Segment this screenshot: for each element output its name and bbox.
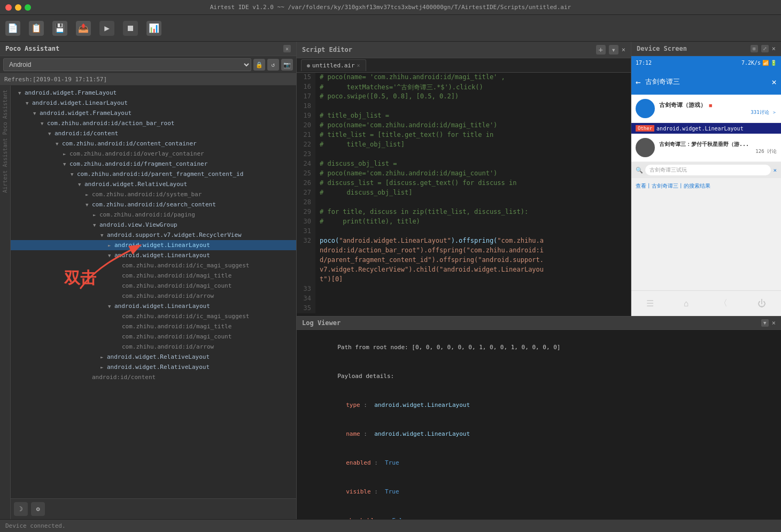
phone-nav-bar: ☰ ⌂ 〈 ⏻	[631, 290, 781, 316]
stop-icon[interactable]: ⏹	[123, 21, 138, 36]
add-tab-button[interactable]: +	[596, 45, 606, 55]
chat-name: 古剑奇谭（游戏） ■	[659, 101, 777, 109]
tree-item[interactable]: ▼ com.zhihu.android:id/parent_fragment_c…	[11, 169, 296, 179]
tree-item[interactable]: ► com.zhihu.android:id/paging	[11, 210, 296, 220]
log-entry: checkable : False	[302, 506, 776, 519]
device-header-controls: ⊞ ⤢ ×	[751, 45, 776, 52]
search-icon: 🔍	[636, 167, 643, 174]
search-result-text: 查看丨古剑奇谭三丨的搜索结果	[636, 183, 710, 189]
save-icon[interactable]: 💾	[52, 21, 67, 36]
tree-item[interactable]: ▼ android.widget.FrameLayout	[11, 108, 296, 118]
phone-status-icons: 7.2K/s 📶 🔋	[741, 60, 777, 66]
copy-icon[interactable]: 📋	[29, 21, 44, 36]
tree-item[interactable]: ► com.zhihu.android:id/system_bar	[11, 189, 296, 199]
power-icon[interactable]: ⏻	[757, 298, 766, 309]
top-row: Script Editor + ▾ × ● untitled.air ×	[297, 42, 781, 316]
lock-button[interactable]: 🔒	[253, 59, 265, 71]
tree-item[interactable]: ▼ com.zhihu.android:id/search_content	[11, 199, 296, 210]
tree-item[interactable]: ► android.widget.RelativeLayout	[11, 362, 296, 372]
chat-header-title: 古剑奇谭三	[645, 77, 768, 87]
tree-item[interactable]: ▼ com.zhihu.android:id/content_container	[11, 138, 296, 149]
code-line: 17 # poco.swipe([0.5, 0.8], [0.5, 0.2])	[297, 92, 631, 102]
poco-close-button[interactable]: ×	[283, 45, 291, 52]
menu-icon[interactable]: ☰	[646, 298, 654, 309]
device-status-message: Device connected.	[5, 522, 66, 529]
tree-item[interactable]: android:id/content	[11, 372, 296, 382]
tree-item[interactable]: com.zhihu.android:id/magi_title	[11, 321, 296, 331]
airtest-assistant-label: Airtest Assistant Poco Assistant	[2, 90, 8, 197]
tree-item[interactable]: com.zhihu.android:id/magi_count	[11, 281, 296, 291]
new-file-icon[interactable]: 📄	[5, 21, 20, 36]
code-line: 33	[297, 284, 631, 294]
tree-item[interactable]: ▼ android.view.ViewGroup	[11, 220, 296, 230]
tree-item[interactable]: ▼ android.widget.FrameLayout	[11, 88, 296, 98]
code-editor[interactable]: 15 # poco(name= 'com.zhihu.android:id/ma…	[297, 73, 631, 316]
code-line: 24 # discuss_obj_list =	[297, 159, 631, 169]
device-grid-icon[interactable]: ⊞	[751, 45, 758, 52]
script-editor-title: Script Editor	[302, 46, 352, 53]
back-icon[interactable]: 〈	[719, 298, 728, 309]
tree-item[interactable]: ▼ android:id/content	[11, 128, 296, 138]
tree-item[interactable]: ▼ android.widget.LinearLayout	[11, 250, 296, 260]
phone-status-bar: 17:12 7.2K/s 📶 🔋	[631, 56, 781, 69]
log-entry: enabled : True	[302, 449, 776, 477]
back-arrow-icon[interactable]: ←	[636, 77, 641, 87]
tree-item[interactable]: ▼ android.widget.LinearLayout	[11, 98, 296, 108]
tree-item[interactable]: ► android.widget.RelativeLayout	[11, 352, 296, 362]
log-content-area[interactable]: Path from root node: [0, 0, 0, 0, 0, 0, …	[297, 330, 781, 519]
log-close-button[interactable]: ×	[772, 319, 776, 327]
tree-item[interactable]: ▼ com.zhihu.android:id/fragment_containe…	[11, 159, 296, 169]
search-result-link[interactable]: 查看丨古剑奇谭三丨的搜索结果	[631, 178, 781, 194]
tree-item[interactable]: ▼ android.support.v7.widget.RecyclerView	[11, 230, 296, 240]
script-dropdown-button[interactable]: ▾	[609, 45, 618, 55]
code-line: 22 # title_obj_list]	[297, 140, 631, 150]
widget-tree[interactable]: ▼ android.widget.FrameLayout ▼ android.w…	[11, 86, 296, 498]
tree-item[interactable]: ▼ com.zhihu.android:id/action_bar_root	[11, 118, 296, 128]
device-close-button[interactable]: ×	[772, 45, 776, 52]
script-tab[interactable]: ● untitled.air ×	[301, 59, 366, 71]
moon-icon[interactable]: ☽	[14, 502, 28, 516]
snapshot-button[interactable]: 📷	[281, 59, 293, 71]
play-icon[interactable]: ▶	[99, 21, 114, 36]
stats-icon[interactable]: 📊	[146, 21, 161, 36]
search-input[interactable]: 古剑奇谭三试玩	[645, 165, 771, 175]
chat-list-item[interactable]: 古剑奇谭三：梦付千秋星垂野（游... 126 讨论	[631, 134, 781, 162]
tree-item[interactable]: ► com.zhihu.android:id/overlay_container	[11, 149, 296, 159]
code-line: 15 # poco(name= 'com.zhihu.android:id/ma…	[297, 73, 631, 82]
tree-item[interactable]: com.zhihu.android:id/magi_title	[11, 271, 296, 281]
tree-item[interactable]: ▼ android.widget.RelativeLayout	[11, 179, 296, 189]
poco-panel-inner: Airtest Assistant Poco Assistant ▼ andro…	[0, 86, 296, 519]
minimize-button[interactable]	[15, 4, 21, 11]
tree-item[interactable]: com.zhihu.android:id/magi_count	[11, 331, 296, 342]
export-icon[interactable]: 📤	[76, 21, 91, 36]
tree-item[interactable]: ▼ android.widget.LinearLayout	[11, 301, 296, 311]
clear-search-icon[interactable]: ×	[773, 167, 777, 174]
platform-dropdown[interactable]: Android	[3, 58, 251, 71]
home-icon[interactable]: ⌂	[684, 298, 689, 309]
window-title: Airtest IDE v1.2.0 ~~ /var/folders/ky/31…	[210, 4, 571, 11]
log-entry: name : android.widget.LinearLayout	[302, 420, 776, 449]
refresh-button[interactable]: ↺	[267, 59, 279, 71]
settings-icon[interactable]: ⚙	[31, 502, 45, 516]
tab-close[interactable]: ×	[357, 63, 360, 68]
close-button[interactable]	[5, 4, 12, 11]
code-line: -- d/parent_fragment_content_id").offspr…	[297, 256, 631, 265]
device-expand-icon[interactable]: ⤢	[761, 45, 769, 52]
close-chat-icon[interactable]: ×	[771, 77, 777, 87]
tree-item[interactable]: com.zhihu.android:id/arrow	[11, 342, 296, 352]
log-filter-icon[interactable]: ▼	[761, 319, 769, 327]
tree-item[interactable]: com.zhihu.android:id/arrow	[11, 291, 296, 301]
device-screen-header: Device Screen ⊞ ⤢ ×	[631, 42, 781, 56]
tree-item-selected[interactable]: ► android.widget.LinearLayout	[11, 240, 296, 250]
main-toolbar: 📄 📋 💾 📤 ▶ ⏹ 📊	[0, 15, 781, 42]
script-close-button[interactable]: ×	[622, 46, 625, 53]
maximize-button[interactable]	[25, 4, 31, 11]
chat-name: 古剑奇谭三：梦付千秋星垂野（游...	[659, 141, 777, 148]
code-line: -- t")[0]	[297, 275, 631, 284]
script-editor-panel: Script Editor + ▾ × ● untitled.air ×	[297, 42, 631, 316]
window-controls[interactable]	[5, 4, 31, 11]
chat-list-item[interactable]: 古剑奇谭（游戏） ■ 331讨论 ＞	[631, 95, 781, 123]
log-viewer-header: Log Viewer ▼ ×	[297, 317, 781, 330]
tree-item[interactable]: com.zhihu.android:id/ic_magi_suggest	[11, 260, 296, 271]
tree-item[interactable]: com.zhihu.android:id/ic_magi_suggest	[11, 311, 296, 321]
